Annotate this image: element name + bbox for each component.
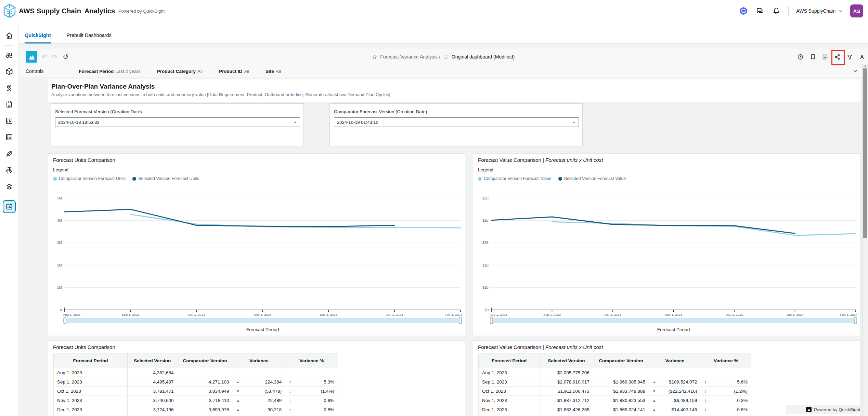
undo-button[interactable]: ↶	[40, 49, 49, 65]
x-range-slider[interactable]	[65, 318, 461, 323]
sidebar-item-data[interactable]	[5, 133, 13, 141]
tab-prebuilt-dashboards[interactable]: Prebuilt Dashboards	[67, 32, 112, 43]
cell-selected-version: 3,740,600	[128, 396, 177, 405]
table-header: Variance %	[701, 353, 751, 368]
bookmarks-icon[interactable]	[808, 51, 817, 63]
vertical-scrollbar[interactable]: ▲	[862, 64, 868, 416]
toolbar-right-actions	[796, 49, 867, 65]
sidebar-item-planning[interactable]	[5, 100, 13, 108]
table-row: Aug 1, 20234,382,684	[54, 368, 338, 377]
filter-product-id[interactable]: Product IDAll	[219, 69, 249, 74]
svg-text:Aug 1, 2023: Aug 1, 2023	[63, 313, 80, 316]
pct-up-arrow-icon: ↑	[704, 407, 707, 413]
slider-handle-right[interactable]	[459, 317, 462, 324]
cell-variance-pct: ↓(1.2%)	[701, 387, 751, 396]
filter-funnel-icon[interactable]	[845, 51, 854, 63]
svg-text:1M: 1M	[57, 286, 62, 289]
redo-button[interactable]: ↷	[50, 49, 59, 65]
svg-text:Oct 1, 2023: Oct 1, 2023	[188, 313, 205, 316]
notifications-bell-icon[interactable]	[772, 6, 781, 15]
svg-text:Dec 1, 2023: Dec 1, 2023	[725, 313, 743, 316]
cell-selected-version: 4,495,487	[128, 377, 177, 387]
forecast-value-line-chart: $3B$2B$2B$1B$1B$0Aug 1, 2023Sep 1, 2023O…	[473, 154, 861, 336]
slider-handle-left[interactable]	[64, 317, 66, 324]
svg-text:$1B: $1B	[482, 286, 489, 289]
sidebar-item-orders[interactable]	[5, 67, 13, 76]
svg-text:$0: $0	[485, 308, 489, 312]
tab-quicksight[interactable]: QuickSight	[25, 32, 51, 43]
cell-comparator-version: 3,718,110	[177, 396, 233, 405]
sidebar-item-integrations[interactable]	[5, 182, 13, 191]
scrollbar-up-arrow[interactable]: ▲	[864, 64, 867, 67]
table-row: Sep 1, 2023$2,078,910,017$1,969,385,945▲…	[479, 377, 751, 387]
cell-variance-pct: ↑0.3%	[701, 396, 751, 405]
export-download-icon[interactable]	[820, 51, 830, 63]
dropdown-caret-icon: ▼	[294, 118, 297, 127]
table-header: Selected Version	[540, 353, 593, 368]
share-icon[interactable]	[833, 51, 842, 63]
svg-text:5M: 5M	[57, 196, 62, 200]
cell-forecast-period: Jan 1, 2024	[479, 414, 540, 416]
table-row: Jan 1, 2024$1,710,705,154$1,665,675,484▲…	[479, 414, 751, 416]
table-header: Comparator Version	[177, 353, 233, 368]
slider-handle-left[interactable]	[490, 317, 493, 324]
sidebar-item-network[interactable]	[5, 84, 13, 92]
table-row: Oct 1, 2023$1,911,506,473$1,933,748,888▼…	[479, 387, 751, 396]
account-menu[interactable]: AWS SupplyChain	[796, 8, 843, 14]
svg-text:$3B: $3B	[482, 196, 489, 200]
svg-text:Feb 1, 2024: Feb 1, 2024	[840, 313, 857, 316]
favorite-star-icon[interactable]: ☆	[372, 53, 377, 61]
filter-site[interactable]: SiteAll	[265, 69, 281, 74]
cell-variance: ▼(53,478)	[233, 387, 285, 396]
clipboard-list-icon	[5, 100, 13, 108]
table-title: Forecast Units Comparison	[53, 344, 115, 350]
scrollbar-thumb[interactable]	[863, 68, 867, 238]
filter-product-category[interactable]: Product CategoryAll	[157, 69, 203, 74]
sidebar-item-dashboards-active[interactable]	[3, 200, 16, 213]
slider-handle-right[interactable]	[854, 317, 857, 324]
variance-up-triangle-icon: ▲	[652, 399, 656, 402]
account-label: AWS SupplyChain	[796, 8, 835, 14]
footer-powered-by-label: Powered by QuickSight	[814, 407, 860, 412]
reset-button[interactable]: ↺	[61, 49, 70, 65]
svg-text:Aug 1, 2023: Aug 1, 2023	[490, 313, 507, 316]
cell-selected-version: 4,382,684	[128, 368, 177, 377]
svg-text:0: 0	[60, 308, 62, 312]
breadcrumb-analysis-link[interactable]: Forecast Variance Analysis /	[380, 54, 440, 60]
amazon-q-icon[interactable]	[739, 6, 748, 15]
filter-forecast-period[interactable]: Forecast PeriodLast 2 years	[79, 69, 141, 74]
sidebar-item-insights[interactable]	[5, 51, 13, 59]
svg-text:3M: 3M	[57, 241, 62, 245]
quicksight-toolbar: ↶ ↷ ↺ ☆ Forecast Variance Analysis / Ori…	[19, 49, 868, 65]
svg-text:Dec 1, 2023: Dec 1, 2023	[320, 313, 337, 316]
cell-selected-version: $2,078,910,017	[540, 377, 593, 387]
comparator-version-value: 2024-10-19 01:43:10	[337, 120, 378, 125]
cell-selected-version: 3,783,880	[128, 414, 177, 416]
cell-forecast-period: Nov 1, 2023	[54, 396, 128, 405]
variance-down-triangle-icon: ▼	[652, 389, 656, 393]
sidebar-item-home[interactable]	[5, 31, 13, 40]
calendar-chart-icon	[5, 203, 13, 211]
avatar[interactable]: AS	[850, 4, 863, 17]
breadcrumb-dashboard-label: Original dashboard (Modified)	[452, 54, 515, 60]
x-range-slider[interactable]	[491, 318, 856, 323]
feedback-chat-icon[interactable]	[755, 6, 764, 15]
package-icon	[5, 67, 13, 76]
sidebar-item-sustainability[interactable]	[5, 150, 13, 158]
rail-divider	[4, 45, 14, 46]
app-window: AWS Supply Chain Analytics Powered by Qu…	[0, 0, 868, 416]
bookmark-icon	[443, 54, 449, 60]
selected-version-select[interactable]: 2024-10-18 13:53:33 ▼	[55, 117, 300, 127]
variance-up-triangle-icon: ▲	[236, 408, 240, 412]
app-subtitle: Analytics	[85, 7, 115, 15]
collapse-controls-chevron[interactable]	[852, 68, 858, 75]
table-header: Forecast Period	[479, 353, 540, 368]
cell-variance-pct: ↑5.3%	[285, 377, 338, 387]
user-person-icon[interactable]	[857, 51, 867, 63]
comparator-version-select[interactable]: 2024-10-19 01:43:10 ▼	[334, 117, 579, 127]
header-divider	[788, 6, 789, 16]
filters: Forecast PeriodLast 2 years Product Cate…	[79, 69, 281, 74]
schedules-clock-icon[interactable]	[796, 51, 805, 63]
sidebar-item-demand-planning[interactable]	[5, 166, 13, 174]
sidebar-item-analytics[interactable]	[5, 117, 13, 125]
